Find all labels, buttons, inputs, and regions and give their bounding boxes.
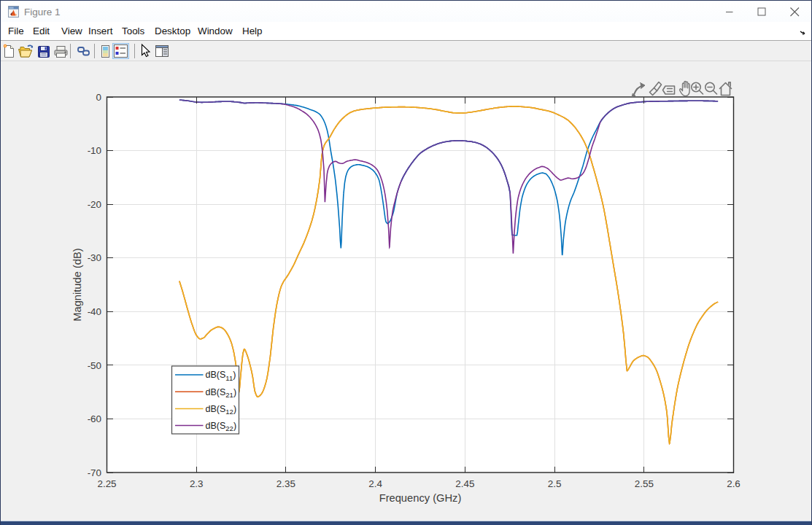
svg-text:2.5: 2.5 bbox=[548, 478, 562, 489]
svg-text:2.6: 2.6 bbox=[727, 478, 741, 489]
svg-text:2.25: 2.25 bbox=[97, 478, 116, 489]
svg-text:2.3: 2.3 bbox=[190, 478, 204, 489]
svg-text:2.45: 2.45 bbox=[455, 478, 474, 489]
svg-text:-50: -50 bbox=[88, 360, 101, 371]
svg-text:2.55: 2.55 bbox=[635, 478, 654, 489]
svg-text:2.35: 2.35 bbox=[277, 478, 295, 489]
svg-text:Magnitude (dB): Magnitude (dB) bbox=[71, 248, 83, 321]
svg-text:Frequency (GHz): Frequency (GHz) bbox=[379, 492, 462, 504]
svg-text:2.4: 2.4 bbox=[368, 478, 382, 489]
svg-text:-10: -10 bbox=[88, 145, 101, 156]
svg-text:-20: -20 bbox=[88, 199, 101, 210]
svg-text:-60: -60 bbox=[88, 413, 101, 424]
svg-text:-30: -30 bbox=[88, 252, 101, 263]
svg-text:-70: -70 bbox=[88, 467, 101, 478]
svg-text:-40: -40 bbox=[88, 306, 101, 317]
svg-text:0: 0 bbox=[96, 92, 101, 103]
